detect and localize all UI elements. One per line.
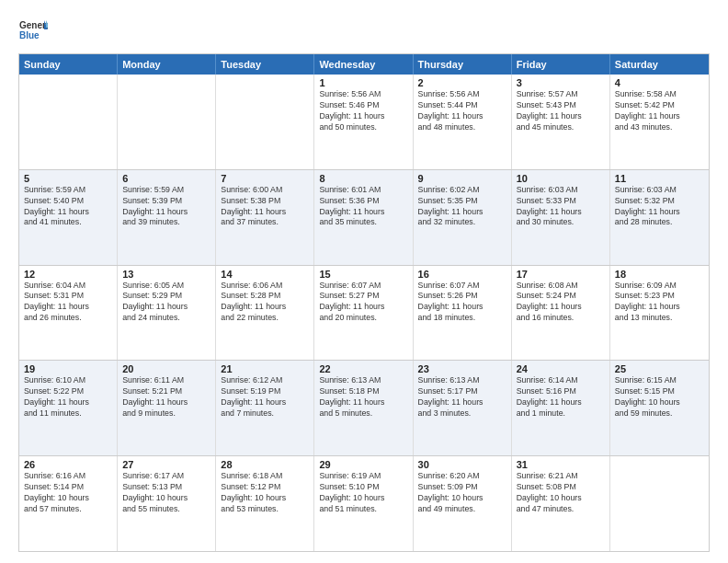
cell-date-number: 15	[319, 269, 407, 280]
cell-date-number: 1	[319, 77, 407, 88]
cell-date-number: 30	[418, 459, 506, 470]
cell-date-number: 13	[122, 269, 210, 280]
calendar: SundayMondayTuesdayWednesdayThursdayFrid…	[18, 53, 710, 552]
cell-info-text: Sunrise: 6:06 AM Sunset: 5:28 PM Dayligh…	[221, 281, 309, 325]
calendar-cell-12: 12Sunrise: 6:04 AM Sunset: 5:31 PM Dayli…	[19, 266, 118, 361]
calendar-cell-16: 16Sunrise: 6:07 AM Sunset: 5:26 PM Dayli…	[414, 266, 512, 361]
cell-info-text: Sunrise: 6:03 AM Sunset: 5:33 PM Dayligh…	[517, 185, 605, 229]
header-day-tuesday: Tuesday	[216, 54, 314, 75]
calendar-week-3: 12Sunrise: 6:04 AM Sunset: 5:31 PM Dayli…	[19, 266, 709, 362]
calendar-cell-1: 1Sunrise: 5:56 AM Sunset: 5:46 PM Daylig…	[314, 75, 413, 169]
cell-date-number: 11	[615, 173, 704, 184]
header-day-sunday: Sunday	[19, 54, 118, 75]
cell-date-number: 21	[221, 363, 309, 374]
calendar-week-4: 19Sunrise: 6:10 AM Sunset: 5:22 PM Dayli…	[19, 361, 709, 456]
calendar-body: 1Sunrise: 5:56 AM Sunset: 5:46 PM Daylig…	[19, 75, 709, 551]
cell-date-number: 2	[418, 77, 506, 88]
cell-date-number: 9	[418, 173, 506, 184]
cell-info-text: Sunrise: 6:07 AM Sunset: 5:27 PM Dayligh…	[319, 281, 407, 325]
logo: General Blue	[18, 17, 48, 46]
calendar-cell-4: 4Sunrise: 5:58 AM Sunset: 5:42 PM Daylig…	[610, 75, 709, 169]
calendar-cell-10: 10Sunrise: 6:03 AM Sunset: 5:33 PM Dayli…	[512, 170, 610, 265]
cell-date-number: 26	[24, 459, 112, 470]
cell-date-number: 14	[221, 269, 309, 280]
calendar-cell-19: 19Sunrise: 6:10 AM Sunset: 5:22 PM Dayli…	[19, 361, 118, 455]
calendar-cell-13: 13Sunrise: 6:05 AM Sunset: 5:29 PM Dayli…	[118, 266, 216, 361]
cell-info-text: Sunrise: 6:15 AM Sunset: 5:15 PM Dayligh…	[615, 375, 704, 419]
calendar-cell-26: 26Sunrise: 6:16 AM Sunset: 5:14 PM Dayli…	[19, 456, 118, 551]
calendar-cell-11: 11Sunrise: 6:03 AM Sunset: 5:32 PM Dayli…	[610, 170, 709, 265]
header: General Blue	[18, 17, 710, 46]
calendar-week-5: 26Sunrise: 6:16 AM Sunset: 5:14 PM Dayli…	[19, 456, 709, 551]
cell-date-number: 17	[517, 269, 605, 280]
calendar-header: SundayMondayTuesdayWednesdayThursdayFrid…	[19, 54, 709, 75]
cell-info-text: Sunrise: 6:04 AM Sunset: 5:31 PM Dayligh…	[24, 281, 112, 325]
cell-date-number: 31	[517, 459, 605, 470]
cell-info-text: Sunrise: 5:57 AM Sunset: 5:43 PM Dayligh…	[517, 89, 605, 133]
header-day-monday: Monday	[118, 54, 216, 75]
cell-info-text: Sunrise: 6:03 AM Sunset: 5:32 PM Dayligh…	[615, 185, 704, 229]
cell-info-text: Sunrise: 6:07 AM Sunset: 5:26 PM Dayligh…	[418, 281, 506, 325]
svg-text:General: General	[19, 20, 48, 30]
cell-info-text: Sunrise: 6:16 AM Sunset: 5:14 PM Dayligh…	[24, 471, 112, 515]
cell-date-number: 7	[221, 173, 309, 184]
cell-date-number: 22	[319, 363, 407, 374]
cell-info-text: Sunrise: 6:02 AM Sunset: 5:35 PM Dayligh…	[418, 185, 506, 229]
cell-info-text: Sunrise: 6:11 AM Sunset: 5:21 PM Dayligh…	[122, 375, 210, 419]
header-day-thursday: Thursday	[414, 54, 512, 75]
calendar-cell-29: 29Sunrise: 6:19 AM Sunset: 5:10 PM Dayli…	[314, 456, 413, 551]
cell-date-number: 23	[418, 363, 506, 374]
cell-info-text: Sunrise: 6:13 AM Sunset: 5:18 PM Dayligh…	[319, 375, 407, 419]
cell-info-text: Sunrise: 6:19 AM Sunset: 5:10 PM Dayligh…	[319, 471, 407, 515]
cell-date-number: 12	[24, 269, 112, 280]
calendar-cell-30: 30Sunrise: 6:20 AM Sunset: 5:09 PM Dayli…	[414, 456, 512, 551]
page: General Blue SundayMondayTuesdayWednesda…	[0, 0, 728, 563]
cell-info-text: Sunrise: 6:09 AM Sunset: 5:23 PM Dayligh…	[615, 281, 704, 325]
cell-date-number: 27	[122, 459, 210, 470]
calendar-cell-24: 24Sunrise: 6:14 AM Sunset: 5:16 PM Dayli…	[512, 361, 610, 455]
cell-date-number: 4	[615, 77, 704, 88]
calendar-cell-21: 21Sunrise: 6:12 AM Sunset: 5:19 PM Dayli…	[216, 361, 314, 455]
calendar-cell-5: 5Sunrise: 5:59 AM Sunset: 5:40 PM Daylig…	[19, 170, 118, 265]
logo-svg: General Blue	[18, 17, 48, 46]
cell-info-text: Sunrise: 5:56 AM Sunset: 5:44 PM Dayligh…	[418, 89, 506, 133]
calendar-cell-7: 7Sunrise: 6:00 AM Sunset: 5:38 PM Daylig…	[216, 170, 314, 265]
cell-date-number: 18	[615, 269, 704, 280]
cell-info-text: Sunrise: 6:05 AM Sunset: 5:29 PM Dayligh…	[122, 281, 210, 325]
calendar-cell-28: 28Sunrise: 6:18 AM Sunset: 5:12 PM Dayli…	[216, 456, 314, 551]
calendar-cell-14: 14Sunrise: 6:06 AM Sunset: 5:28 PM Dayli…	[216, 266, 314, 361]
cell-info-text: Sunrise: 6:00 AM Sunset: 5:38 PM Dayligh…	[221, 185, 309, 229]
cell-info-text: Sunrise: 6:20 AM Sunset: 5:09 PM Dayligh…	[418, 471, 506, 515]
calendar-cell-20: 20Sunrise: 6:11 AM Sunset: 5:21 PM Dayli…	[118, 361, 216, 455]
cell-date-number: 3	[517, 77, 605, 88]
calendar-cell-22: 22Sunrise: 6:13 AM Sunset: 5:18 PM Dayli…	[314, 361, 413, 455]
calendar-cell-27: 27Sunrise: 6:17 AM Sunset: 5:13 PM Dayli…	[118, 456, 216, 551]
cell-info-text: Sunrise: 6:10 AM Sunset: 5:22 PM Dayligh…	[24, 375, 112, 419]
cell-info-text: Sunrise: 6:13 AM Sunset: 5:17 PM Dayligh…	[418, 375, 506, 419]
calendar-cell-empty-4-6	[610, 456, 709, 551]
calendar-cell-8: 8Sunrise: 6:01 AM Sunset: 5:36 PM Daylig…	[314, 170, 413, 265]
cell-info-text: Sunrise: 5:56 AM Sunset: 5:46 PM Dayligh…	[319, 89, 407, 133]
cell-info-text: Sunrise: 6:14 AM Sunset: 5:16 PM Dayligh…	[517, 375, 605, 419]
cell-date-number: 28	[221, 459, 309, 470]
calendar-cell-15: 15Sunrise: 6:07 AM Sunset: 5:27 PM Dayli…	[314, 266, 413, 361]
calendar-cell-9: 9Sunrise: 6:02 AM Sunset: 5:35 PM Daylig…	[414, 170, 512, 265]
calendar-cell-3: 3Sunrise: 5:57 AM Sunset: 5:43 PM Daylig…	[512, 75, 610, 169]
cell-date-number: 5	[24, 173, 112, 184]
cell-date-number: 24	[517, 363, 605, 374]
cell-date-number: 19	[24, 363, 112, 374]
calendar-week-1: 1Sunrise: 5:56 AM Sunset: 5:46 PM Daylig…	[19, 75, 709, 170]
header-day-saturday: Saturday	[610, 54, 709, 75]
cell-date-number: 25	[615, 363, 704, 374]
cell-date-number: 20	[122, 363, 210, 374]
calendar-cell-6: 6Sunrise: 5:59 AM Sunset: 5:39 PM Daylig…	[118, 170, 216, 265]
calendar-cell-25: 25Sunrise: 6:15 AM Sunset: 5:15 PM Dayli…	[610, 361, 709, 455]
cell-date-number: 29	[319, 459, 407, 470]
calendar-week-2: 5Sunrise: 5:59 AM Sunset: 5:40 PM Daylig…	[19, 170, 709, 266]
cell-info-text: Sunrise: 5:59 AM Sunset: 5:39 PM Dayligh…	[122, 185, 210, 229]
cell-date-number: 16	[418, 269, 506, 280]
cell-date-number: 6	[122, 173, 210, 184]
calendar-cell-2: 2Sunrise: 5:56 AM Sunset: 5:44 PM Daylig…	[414, 75, 512, 169]
cell-info-text: Sunrise: 6:12 AM Sunset: 5:19 PM Dayligh…	[221, 375, 309, 419]
svg-text:Blue: Blue	[19, 30, 40, 40]
